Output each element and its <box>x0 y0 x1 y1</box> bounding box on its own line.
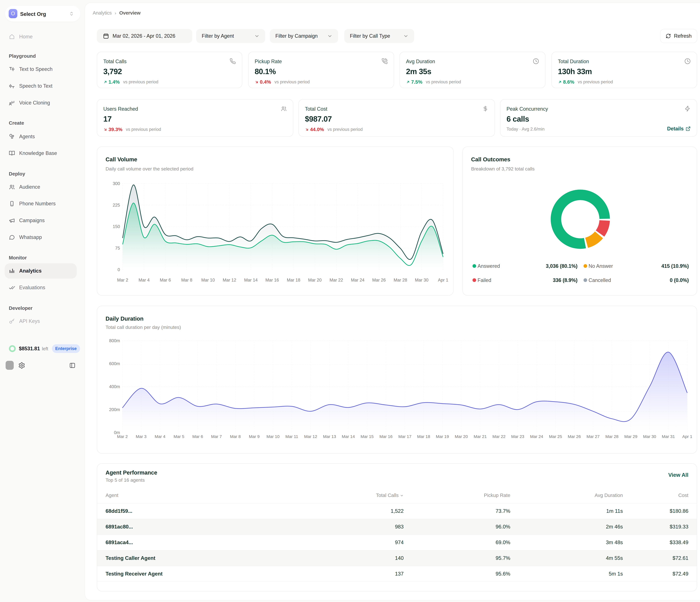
svg-text:Apr 1: Apr 1 <box>682 434 692 439</box>
svg-text:Mar 24: Mar 24 <box>530 434 543 439</box>
svg-text:Mar 14: Mar 14 <box>244 278 257 283</box>
svg-text:Mar 13: Mar 13 <box>323 434 336 439</box>
svg-text:Mar 18: Mar 18 <box>417 434 430 439</box>
svg-text:Mar 26: Mar 26 <box>372 278 386 283</box>
svg-text:Mar 10: Mar 10 <box>267 434 279 439</box>
svg-text:Mar 8: Mar 8 <box>181 278 192 283</box>
svg-text:225: 225 <box>113 203 120 208</box>
svg-text:150: 150 <box>113 224 120 229</box>
svg-text:Mar 12: Mar 12 <box>223 278 236 283</box>
svg-text:Mar 15: Mar 15 <box>360 434 374 439</box>
svg-text:Mar 30: Mar 30 <box>643 434 656 439</box>
svg-text:Mar 28: Mar 28 <box>605 434 618 439</box>
svg-text:Mar 28: Mar 28 <box>394 278 407 283</box>
svg-text:Mar 31: Mar 31 <box>662 434 675 439</box>
svg-text:Mar 22: Mar 22 <box>492 434 505 439</box>
svg-text:Mar 8: Mar 8 <box>230 434 241 439</box>
svg-text:Mar 25: Mar 25 <box>549 434 562 439</box>
svg-text:Mar 5: Mar 5 <box>174 434 184 439</box>
svg-text:Mar 19: Mar 19 <box>436 434 449 439</box>
svg-text:Mar 2: Mar 2 <box>117 434 128 439</box>
svg-text:Mar 21: Mar 21 <box>474 434 486 439</box>
svg-text:Mar 17: Mar 17 <box>398 434 411 439</box>
svg-text:0: 0 <box>118 267 120 272</box>
svg-text:Mar 4: Mar 4 <box>139 278 150 283</box>
svg-text:Mar 6: Mar 6 <box>160 278 171 283</box>
svg-text:75: 75 <box>115 246 120 250</box>
svg-text:Mar 3: Mar 3 <box>136 434 147 439</box>
svg-text:Mar 2: Mar 2 <box>117 278 128 283</box>
svg-text:Mar 16: Mar 16 <box>379 434 393 439</box>
svg-text:200m: 200m <box>109 407 120 412</box>
svg-text:300: 300 <box>113 181 120 186</box>
svg-text:Mar 10: Mar 10 <box>201 278 215 283</box>
svg-text:Mar 20: Mar 20 <box>455 434 468 439</box>
svg-text:400m: 400m <box>109 384 120 389</box>
svg-text:Mar 24: Mar 24 <box>351 278 365 283</box>
svg-text:Mar 20: Mar 20 <box>308 278 322 283</box>
svg-text:Mar 4: Mar 4 <box>155 434 166 439</box>
svg-text:Mar 22: Mar 22 <box>329 278 343 283</box>
svg-text:Mar 18: Mar 18 <box>287 278 300 283</box>
svg-text:Mar 30: Mar 30 <box>415 278 428 283</box>
svg-text:Mar 29: Mar 29 <box>624 434 637 439</box>
svg-text:Apr 1: Apr 1 <box>438 278 448 283</box>
svg-text:Mar 14: Mar 14 <box>342 434 355 439</box>
svg-text:Mar 11: Mar 11 <box>285 434 298 439</box>
svg-text:800m: 800m <box>109 338 120 343</box>
svg-text:Mar 16: Mar 16 <box>266 278 279 283</box>
svg-text:Mar 12: Mar 12 <box>304 434 317 439</box>
svg-text:600m: 600m <box>109 361 120 366</box>
svg-text:Mar 27: Mar 27 <box>586 434 599 439</box>
svg-text:Mar 9: Mar 9 <box>249 434 260 439</box>
svg-text:Mar 26: Mar 26 <box>568 434 581 439</box>
svg-text:Mar 7: Mar 7 <box>211 434 222 439</box>
svg-text:Mar 23: Mar 23 <box>511 434 524 439</box>
svg-text:Mar 6: Mar 6 <box>192 434 203 439</box>
